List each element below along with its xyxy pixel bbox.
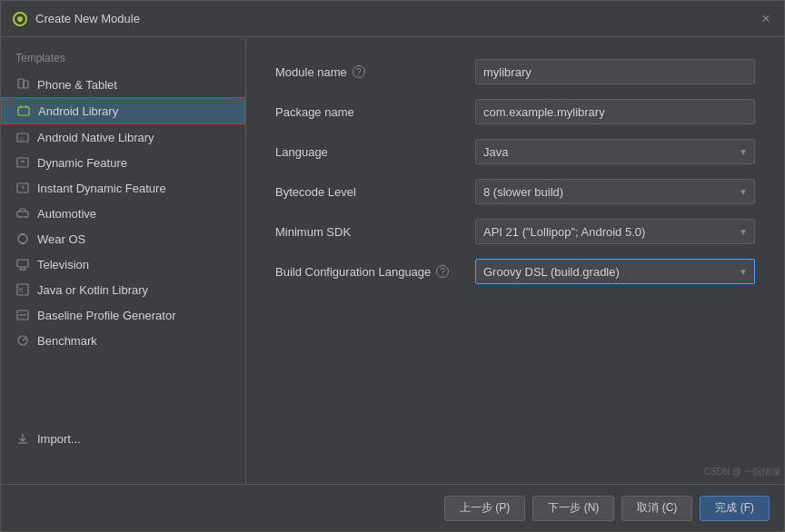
sidebar-item-automotive[interactable]: Automotive [1,201,245,226]
phone-tablet-icon [15,77,30,92]
svg-rect-15 [21,233,25,235]
sidebar-section-label: Templates [1,48,245,72]
minimum-sdk-select[interactable]: API 21 ("Lollipop"; Android 5.0) API 24 … [475,219,755,244]
import-icon [15,431,30,446]
create-new-module-dialog: Create New Module × Templates Phone & Ta… [0,0,785,532]
sidebar-item-wear-os[interactable]: Wear OS [1,226,245,251]
sidebar-item-label: Java or Kotlin Library [37,283,148,297]
sidebar-item-import[interactable]: Import... [1,426,245,451]
svg-point-14 [18,234,27,243]
sidebar-item-android-native-library[interactable]: C Android Native Library [1,124,245,150]
bytecode-level-label: Bytecode Level [275,185,475,199]
module-name-input[interactable] [475,59,755,84]
build-config-help-icon[interactable]: ? [436,265,449,278]
bytecode-level-row: Bytecode Level 8 (slower build) 7 6 ▼ [275,179,755,204]
sidebar-item-label: Benchmark [37,334,97,348]
module-name-label: Module name ? [275,65,475,79]
sidebar-item-label: Television [37,258,89,271]
build-config-row: Build Configuration Language ? Groovy DS… [275,259,755,284]
dynamic-feature-icon [15,155,30,170]
sidebar-item-android-library[interactable]: Android Library [1,97,245,124]
sidebar-item-instant-dynamic-feature[interactable]: Instant Dynamic Feature [1,175,245,201]
build-config-select-wrapper: Groovy DSL (build.gradle) Kotlin DSL (bu… [475,259,755,284]
language-select-wrapper: Java Kotlin ▼ [475,139,755,164]
svg-text:K: K [19,287,24,293]
dialog-content: Templates Phone & Tablet [1,37,784,484]
close-button[interactable]: × [759,12,773,26]
sidebar-item-dynamic-feature[interactable]: Dynamic Feature [1,150,245,175]
language-select[interactable]: Java Kotlin [475,139,755,164]
svg-rect-4 [18,107,29,115]
watermark: CSDN @ 一阮情深 [704,466,780,478]
sidebar-item-label: Android Library [38,104,118,118]
sidebar-item-baseline-profile[interactable]: Baseline Profile Generator [1,302,245,328]
native-library-icon: C [15,130,30,144]
benchmark-icon [15,333,30,348]
title-bar: Create New Module × [1,1,784,37]
prev-button[interactable]: 上一步 (P) [444,496,525,521]
build-config-select[interactable]: Groovy DSL (build.gradle) Kotlin DSL (bu… [475,259,755,284]
svg-rect-9 [17,158,28,167]
dialog-title: Create New Module [35,12,759,25]
sidebar-item-label: Phone & Tablet [37,78,117,92]
svg-point-1 [17,16,23,22]
dialog-footer: 上一步 (P) 下一步 (N) 取消 (C) 完成 (F) [1,484,784,531]
java-kotlin-icon: K [15,282,30,297]
language-label: Language [275,145,475,159]
cancel-button[interactable]: 取消 (C) [621,496,692,521]
svg-rect-11 [17,212,28,217]
sidebar-item-label: Instant Dynamic Feature [37,182,166,195]
sidebar-item-label: Wear OS [37,232,85,246]
finish-button[interactable]: 完成 (F) [700,496,770,521]
television-icon [15,257,30,271]
sidebar: Templates Phone & Tablet [1,37,246,484]
baseline-icon [15,308,30,322]
next-button[interactable]: 下一步 (N) [532,496,614,521]
package-name-input[interactable] [475,99,755,124]
sidebar-item-benchmark[interactable]: Benchmark [1,328,245,353]
package-name-row: Package name [275,99,755,124]
svg-rect-3 [24,81,28,88]
module-name-help-icon[interactable]: ? [353,65,365,78]
wear-os-icon [15,232,30,246]
bytecode-select[interactable]: 8 (slower build) 7 6 [475,179,755,204]
package-name-label: Package name [275,105,475,119]
main-content: Module name ? Package name Language [246,37,784,484]
minimum-sdk-label: Minimum SDK [275,225,475,239]
language-row: Language Java Kotlin ▼ [275,139,755,164]
module-name-row: Module name ? [275,59,755,84]
sidebar-item-label: Android Native Library [37,131,154,144]
automotive-icon [15,206,30,221]
sidebar-item-java-kotlin-library[interactable]: K Java or Kotlin Library [1,277,245,302]
svg-point-13 [25,216,26,218]
sidebar-item-phone-tablet[interactable]: Phone & Tablet [1,72,245,97]
bytecode-select-wrapper: 8 (slower build) 7 6 ▼ [475,179,755,204]
minimum-sdk-row: Minimum SDK API 21 ("Lollipop"; Android … [275,219,755,244]
svg-text:C: C [20,136,25,142]
sidebar-item-label: Dynamic Feature [37,156,127,170]
android-studio-icon [12,11,28,27]
import-label: Import... [37,432,81,446]
svg-rect-2 [18,79,24,88]
svg-point-12 [19,216,21,218]
svg-rect-16 [21,242,25,244]
svg-rect-17 [17,260,28,267]
instant-dynamic-icon [15,181,30,195]
sidebar-item-label: Baseline Profile Generator [37,309,175,322]
sidebar-item-television[interactable]: Television [1,251,245,277]
android-library-icon [16,103,31,118]
minimum-sdk-select-wrapper: API 21 ("Lollipop"; Android 5.0) API 24 … [475,219,755,244]
sidebar-item-label: Automotive [37,207,96,221]
build-config-label: Build Configuration Language ? [275,265,475,279]
